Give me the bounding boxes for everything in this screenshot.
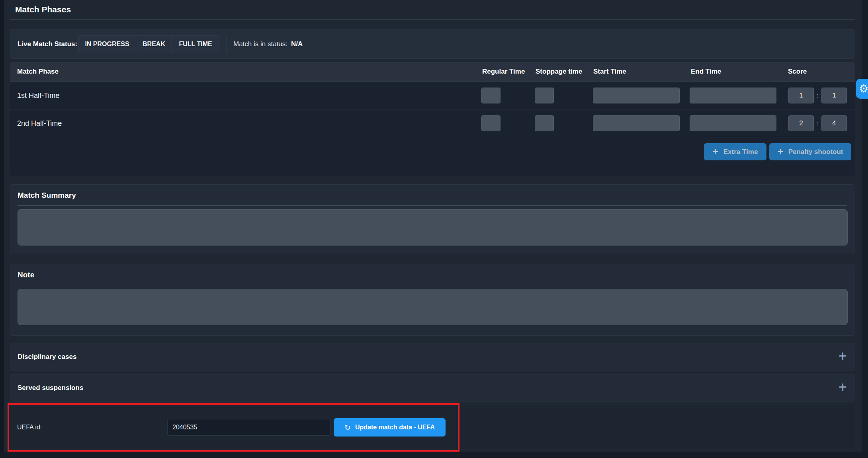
add-penalty-shootout-button[interactable]: + Penalty shootout [769,143,851,160]
column-header-end-time: End Time [691,62,721,82]
match-status-value: N/A [291,40,303,48]
disciplinary-cases-bar[interactable]: Disciplinary cases + [10,343,854,370]
title-divider [10,19,854,19]
plus-icon: + [713,146,719,156]
section-divider [18,285,847,285]
match-status-text: Match is in status: N/A [233,29,303,58]
stoppage-time-input[interactable] [535,88,554,103]
expand-plus-icon[interactable]: + [839,349,847,363]
status-button-break[interactable]: BREAK [136,35,172,53]
match-summary-heading: Match Summary [18,191,847,200]
phase-name: 1st Half-Time [17,82,59,109]
score-home-input[interactable] [788,115,814,131]
end-time-input[interactable] [690,115,776,131]
start-time-input[interactable] [593,88,680,103]
match-phases-table: Match Phase Regular Time Stoppage time S… [10,62,855,176]
refresh-icon: ↻ [344,423,351,432]
settings-panel-toggle[interactable]: ⚙ [856,79,868,99]
match-status-button-group: IN PROGRESS BREAK FULL TIME [78,35,219,53]
regular-time-input[interactable] [481,115,500,131]
table-row-second-half: 2nd Half-Time : [10,109,855,137]
column-header-match-phase: Match Phase [17,62,59,82]
right-edge-strip [862,0,868,458]
uefa-id-input[interactable] [167,419,330,436]
expand-plus-icon[interactable]: + [839,380,847,394]
match-summary-section: Match Summary [10,184,854,254]
update-match-data-button[interactable]: ↻ Update match data - UEFA [334,418,446,437]
column-header-stoppage-time: Stoppage time [536,62,582,82]
note-textarea[interactable] [18,289,848,325]
add-extra-time-button[interactable]: + Extra Time [704,143,766,160]
score-away-input[interactable] [821,115,847,131]
add-penalty-shootout-label: Penalty shootout [788,148,843,156]
score-separator: : [814,82,821,109]
live-match-status-bar: Live Match Status: IN PROGRESS BREAK FUL… [10,29,854,59]
plus-icon: + [777,146,783,156]
left-edge-strip [0,0,4,458]
status-vertical-divider [227,36,227,53]
gear-icon: ⚙ [859,82,868,95]
disciplinary-cases-title: Disciplinary cases [18,353,76,361]
score-away-input[interactable] [821,88,847,103]
page-title: Match Phases [15,5,71,14]
served-suspensions-bar[interactable]: Served suspensions + [10,374,854,401]
regular-time-input[interactable] [481,88,500,103]
score-home-input[interactable] [788,88,814,103]
update-match-data-label: Update match data - UEFA [355,424,435,431]
match-summary-textarea[interactable] [18,209,848,246]
table-header-row: Match Phase Regular Time Stoppage time S… [10,62,855,82]
start-time-input[interactable] [593,115,680,131]
table-row-first-half: 1st Half-Time : [10,82,855,109]
live-match-status-label: Live Match Status: [18,40,77,48]
bottom-band [0,452,868,458]
served-suspensions-title: Served suspensions [18,384,83,392]
stoppage-time-input[interactable] [535,115,554,131]
section-divider [18,205,847,206]
score-separator: : [814,109,821,137]
note-heading: Note [18,271,847,279]
column-header-start-time: Start Time [593,62,626,82]
column-header-regular-time: Regular Time [482,62,525,82]
end-time-input[interactable] [690,88,776,103]
column-header-score: Score [788,62,807,82]
note-section: Note [10,264,854,336]
status-button-in-progress[interactable]: IN PROGRESS [78,35,136,53]
phase-name: 2nd Half-Time [17,109,62,137]
match-status-caption: Match is in status: [233,40,287,48]
status-button-full-time[interactable]: FULL TIME [172,35,219,53]
uefa-id-section: UEFA id: ↻ Update match data - UEFA [10,405,854,449]
uefa-id-label: UEFA id: [17,405,42,449]
add-extra-time-label: Extra Time [723,148,758,156]
